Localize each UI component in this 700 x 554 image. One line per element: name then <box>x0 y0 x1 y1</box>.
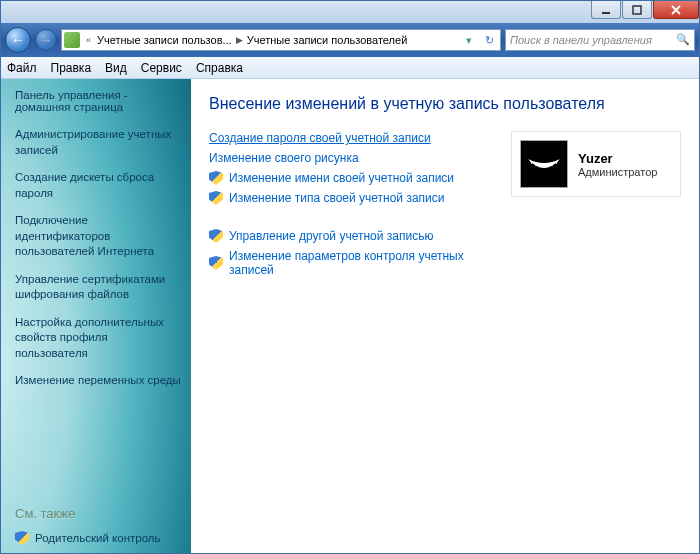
see-also-heading: См. также <box>15 506 183 521</box>
sidebar-home-link[interactable]: Панель управления - домашняя страница <box>15 89 183 113</box>
minimize-icon <box>601 5 611 15</box>
sidebar: Панель управления - домашняя страница Ад… <box>1 79 191 553</box>
shield-icon <box>209 256 223 270</box>
task-change-picture[interactable]: Изменение своего рисунка <box>209 151 493 165</box>
sidebar-link[interactable]: Создание дискеты сброса пароля <box>15 170 183 201</box>
task-label: Изменение параметров контроля учетных за… <box>229 249 493 277</box>
chevron-down-icon: ▾ <box>466 34 472 47</box>
sidebar-link[interactable]: Настройка дополнительных свойств профиля… <box>15 315 183 362</box>
content-row: Создание пароля своей учетной записи Изм… <box>209 131 681 283</box>
search-input[interactable]: Поиск в панели управления 🔍 <box>505 29 695 51</box>
breadcrumb-item[interactable]: Учетные записи пользователей <box>247 34 408 46</box>
task-create-password[interactable]: Создание пароля своей учетной записи <box>209 131 493 145</box>
menu-tools[interactable]: Сервис <box>141 61 182 75</box>
sidebar-link[interactable]: Администрирование учетных записей <box>15 127 183 158</box>
task-label: Изменение типа своей учетной записи <box>229 191 444 205</box>
shield-icon <box>15 531 29 545</box>
task-change-name[interactable]: Изменение имени своей учетной записи <box>209 171 493 185</box>
menu-bar: Файл Правка Вид Сервис Справка <box>1 57 699 79</box>
sidebar-link[interactable]: Изменение переменных среды <box>15 373 183 389</box>
refresh-button[interactable]: ↻ <box>480 31 498 49</box>
arrow-right-icon: → <box>40 33 52 47</box>
sidebar-link[interactable]: Подключение идентификаторов пользователе… <box>15 213 183 260</box>
breadcrumb-item[interactable]: Учетные записи пользов... <box>97 34 232 46</box>
address-bar[interactable]: « Учетные записи пользов... ▶ Учетные за… <box>61 29 501 51</box>
control-panel-icon <box>64 32 80 48</box>
task-list: Создание пароля своей учетной записи Изм… <box>209 131 493 283</box>
shield-icon <box>209 171 223 185</box>
svg-rect-1 <box>633 6 641 14</box>
shield-icon <box>209 191 223 205</box>
titlebar <box>1 1 699 23</box>
task-uac-settings[interactable]: Изменение параметров контроля учетных за… <box>209 249 493 277</box>
svg-rect-0 <box>602 12 610 14</box>
menu-help[interactable]: Справка <box>196 61 243 75</box>
parental-controls-link[interactable]: Родительский контроль <box>15 531 183 545</box>
main-panel: Внесение изменений в учетную запись поль… <box>191 79 699 553</box>
menu-view[interactable]: Вид <box>105 61 127 75</box>
close-icon <box>671 5 681 15</box>
arrow-left-icon: ← <box>11 32 25 48</box>
avatar-image <box>524 149 564 179</box>
menu-edit[interactable]: Правка <box>51 61 92 75</box>
search-icon: 🔍 <box>676 33 690 47</box>
close-button[interactable] <box>653 1 699 19</box>
avatar <box>520 140 568 188</box>
menu-file[interactable]: Файл <box>7 61 37 75</box>
task-label: Создание пароля своей учетной записи <box>209 131 431 145</box>
search-placeholder: Поиск в панели управления <box>510 34 652 46</box>
maximize-button[interactable] <box>622 1 652 19</box>
navigation-bar: ← → « Учетные записи пользов... ▶ Учетны… <box>1 23 699 57</box>
back-button[interactable]: ← <box>5 27 31 53</box>
control-panel-window: ← → « Учетные записи пользов... ▶ Учетны… <box>0 0 700 554</box>
minimize-button[interactable] <box>591 1 621 19</box>
user-info: Yuzer Администратор <box>578 151 657 178</box>
sidebar-link[interactable]: Управление сертификатами шифрования файл… <box>15 272 183 303</box>
shield-icon <box>209 229 223 243</box>
task-manage-other[interactable]: Управление другой учетной записью <box>209 229 493 243</box>
window-buttons <box>590 1 699 19</box>
task-label: Изменение имени своей учетной записи <box>229 171 454 185</box>
refresh-icon: ↻ <box>485 34 494 47</box>
dropdown-button[interactable]: ▾ <box>460 31 478 49</box>
task-change-type[interactable]: Изменение типа своей учетной записи <box>209 191 493 205</box>
maximize-icon <box>632 5 642 15</box>
chevron-right-icon: ▶ <box>236 35 243 45</box>
task-label: Изменение своего рисунка <box>209 151 359 165</box>
user-name: Yuzer <box>578 151 657 166</box>
parental-controls-label: Родительский контроль <box>35 532 161 544</box>
forward-button[interactable]: → <box>35 29 57 51</box>
page-heading: Внесение изменений в учетную запись поль… <box>209 95 681 113</box>
task-label: Управление другой учетной записью <box>229 229 433 243</box>
user-card: Yuzer Администратор <box>511 131 681 197</box>
chevron-left-icon: « <box>84 35 93 45</box>
content-area: Панель управления - домашняя страница Ад… <box>1 79 699 553</box>
user-role: Администратор <box>578 166 657 178</box>
